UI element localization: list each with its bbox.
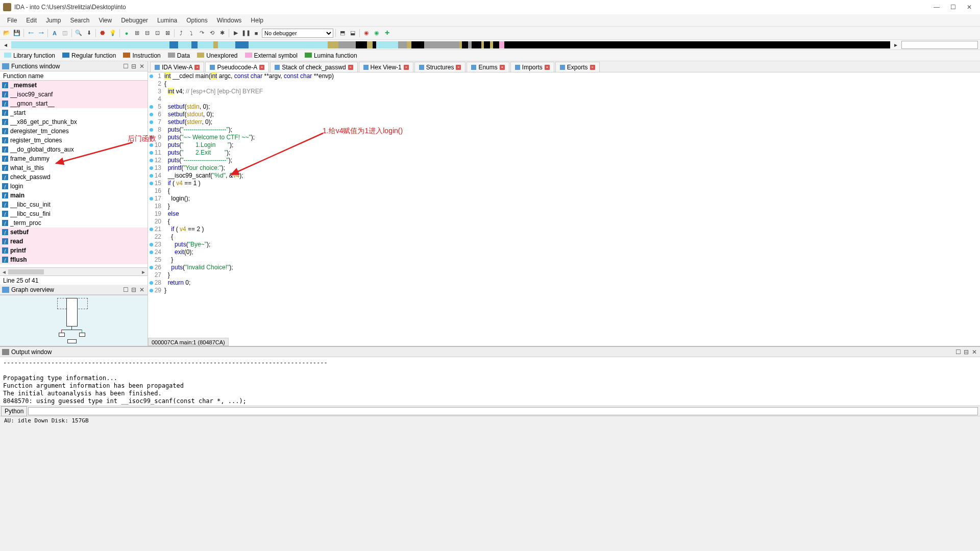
code-line[interactable]: 15 if ( v4 == 1 ) xyxy=(148,180,980,187)
tab-close-icon[interactable]: × xyxy=(590,65,595,70)
menu-file[interactable]: File xyxy=(3,16,21,25)
function-row[interactable]: fderegister_tm_clones xyxy=(0,127,148,136)
minimize-button[interactable]: — xyxy=(933,4,940,11)
ext3-icon[interactable]: ◉ xyxy=(362,29,371,38)
graph-restore-icon[interactable]: ☐ xyxy=(122,286,129,293)
ext4-icon[interactable]: ◉ xyxy=(372,29,381,38)
code-area[interactable]: 1int __cdecl main(int argc, const char *… xyxy=(148,72,980,346)
dbg3-icon[interactable]: ⊡ xyxy=(153,29,162,38)
ext2-icon[interactable]: ⬓ xyxy=(348,29,357,38)
menu-windows[interactable]: Windows xyxy=(213,16,246,25)
code-line[interactable]: 12 puts("---------------------"); xyxy=(148,157,980,164)
nav-right-icon[interactable]: ▸ xyxy=(892,41,899,48)
maximize-button[interactable]: ☐ xyxy=(949,4,957,11)
graph-close-icon[interactable]: ✕ xyxy=(138,286,145,293)
open-icon[interactable]: 📂 xyxy=(2,29,11,38)
code-line[interactable]: 13 printf("Your choice:"); xyxy=(148,164,980,172)
tab-close-icon[interactable]: × xyxy=(500,65,505,70)
function-row[interactable]: fwhat_is_this xyxy=(0,163,148,172)
tab-close-icon[interactable]: × xyxy=(259,65,264,70)
output-body[interactable]: ----------------------------------------… xyxy=(0,357,980,406)
nav-left-icon[interactable]: ◂ xyxy=(2,41,9,48)
code-line[interactable]: 14 __isoc99_scanf("%d", &v4); xyxy=(148,172,980,180)
dbg6-icon[interactable]: ⤵ xyxy=(187,29,196,38)
graph-dock-icon[interactable]: ⊟ xyxy=(130,286,137,293)
menu-edit[interactable]: Edit xyxy=(22,16,41,25)
tab-structures[interactable]: Structures× xyxy=(414,62,466,72)
fwd-icon[interactable]: ⭢ xyxy=(36,29,45,38)
code-line[interactable]: 24 exit(0); xyxy=(148,248,980,256)
save-icon[interactable]: 💾 xyxy=(12,29,21,38)
dbg1-icon[interactable]: ⊞ xyxy=(132,29,141,38)
code-line[interactable]: 3 int v4; // [esp+Ch] [ebp-Ch] BYREF xyxy=(148,88,980,95)
menu-options[interactable]: Options xyxy=(182,16,211,25)
tab-close-icon[interactable]: × xyxy=(348,65,353,70)
tab-close-icon[interactable]: × xyxy=(545,65,550,70)
code-line[interactable]: 20 { xyxy=(148,218,980,226)
debugger-select[interactable]: No debugger xyxy=(262,29,333,38)
tab-stack-of-check-passwd[interactable]: Stack of check_passwd× xyxy=(270,62,357,72)
code-line[interactable]: 2{ xyxy=(148,80,980,88)
function-row[interactable]: f__gmon_start__ xyxy=(0,99,148,108)
graph-overview[interactable] xyxy=(0,295,148,346)
python-label[interactable]: Python xyxy=(1,406,27,416)
ext5-icon[interactable]: ✚ xyxy=(382,29,391,38)
code-line[interactable]: 23 puts("Bye~"); xyxy=(148,241,980,248)
function-row[interactable]: f__do_global_dtors_aux xyxy=(0,145,148,154)
tab-hex-view-1[interactable]: Hex View-1× xyxy=(359,62,413,72)
code-line[interactable]: 5 setbuf(stdin, 0); xyxy=(148,103,980,111)
tab-close-icon[interactable]: × xyxy=(456,65,461,70)
code-line[interactable]: 1int __cdecl main(int argc, const char *… xyxy=(148,72,980,80)
tab-exports[interactable]: Exports× xyxy=(555,62,600,72)
function-row[interactable]: fregister_tm_clones xyxy=(0,136,148,145)
code-line[interactable]: 25 } xyxy=(148,256,980,264)
dbg7-icon[interactable]: ↷ xyxy=(197,29,206,38)
menu-jump[interactable]: Jump xyxy=(42,16,65,25)
code-line[interactable]: 11 puts(" 2.Exit "); xyxy=(148,149,980,157)
code-line[interactable]: 4 xyxy=(148,95,980,103)
stop2-icon[interactable]: ■ xyxy=(252,29,261,38)
code-line[interactable]: 19 else xyxy=(148,210,980,218)
code-line[interactable]: 17 login(); xyxy=(148,195,980,203)
stop-icon[interactable]: ⬣ xyxy=(98,29,107,38)
tab-imports[interactable]: Imports× xyxy=(510,62,554,72)
function-row[interactable]: f__isoc99_scanf xyxy=(0,90,148,99)
menu-help[interactable]: Help xyxy=(247,16,267,25)
panel-dock-icon[interactable]: ⊟ xyxy=(130,63,137,70)
dbg8-icon[interactable]: ⟲ xyxy=(207,29,216,38)
pause-icon[interactable]: ❚❚ xyxy=(241,29,251,38)
dbg4-icon[interactable]: ⊠ xyxy=(163,29,172,38)
function-row[interactable]: flogin xyxy=(0,182,148,191)
function-row[interactable]: f_term_proc xyxy=(0,218,148,228)
code-line[interactable]: 29} xyxy=(148,287,980,294)
run-icon[interactable]: ● xyxy=(122,29,131,38)
dbg5-icon[interactable]: ⤴ xyxy=(177,29,186,38)
binary-icon[interactable]: ◫ xyxy=(60,29,69,38)
code-line[interactable]: 22 { xyxy=(148,233,980,241)
output-restore-icon[interactable]: ☐ xyxy=(954,348,962,356)
dbg2-icon[interactable]: ⊟ xyxy=(142,29,152,38)
function-row[interactable]: fmain xyxy=(0,191,148,200)
back-icon[interactable]: ⭠ xyxy=(26,29,35,38)
close-button[interactable]: ✕ xyxy=(966,4,973,11)
menu-view[interactable]: View xyxy=(94,16,116,25)
functions-column-header[interactable]: Function name xyxy=(0,71,148,81)
functions-list[interactable]: f_memsetf__isoc99_scanff__gmon_start__f_… xyxy=(0,81,148,267)
code-line[interactable]: 9 puts("~~ Welcome to CTF! ~~"); xyxy=(148,134,980,141)
tab-ida-view-a[interactable]: IDA View-A× xyxy=(150,62,204,72)
tab-close-icon[interactable]: × xyxy=(404,65,409,70)
code-line[interactable]: 18 } xyxy=(148,203,980,210)
code-line[interactable]: 27 } xyxy=(148,271,980,279)
nav-goto-input[interactable] xyxy=(901,41,978,49)
function-row[interactable]: fprintf xyxy=(0,246,148,255)
code-line[interactable]: 28 return 0; xyxy=(148,279,980,287)
code-line[interactable]: 10 puts(" 1.Login "); xyxy=(148,141,980,149)
code-line[interactable]: 7 setbuf(stderr, 0); xyxy=(148,118,980,126)
goto-icon[interactable]: ⬇ xyxy=(84,29,93,38)
ext1-icon[interactable]: ⬒ xyxy=(338,29,347,38)
tab-enums[interactable]: Enums× xyxy=(467,62,509,72)
code-line[interactable]: 21 if ( v4 == 2 ) xyxy=(148,226,980,233)
tab-close-icon[interactable]: × xyxy=(194,65,200,70)
tab-pseudocode-a[interactable]: Pseudocode-A× xyxy=(205,62,269,72)
function-row[interactable]: f__x86_get_pc_thunk_bx xyxy=(0,117,148,127)
